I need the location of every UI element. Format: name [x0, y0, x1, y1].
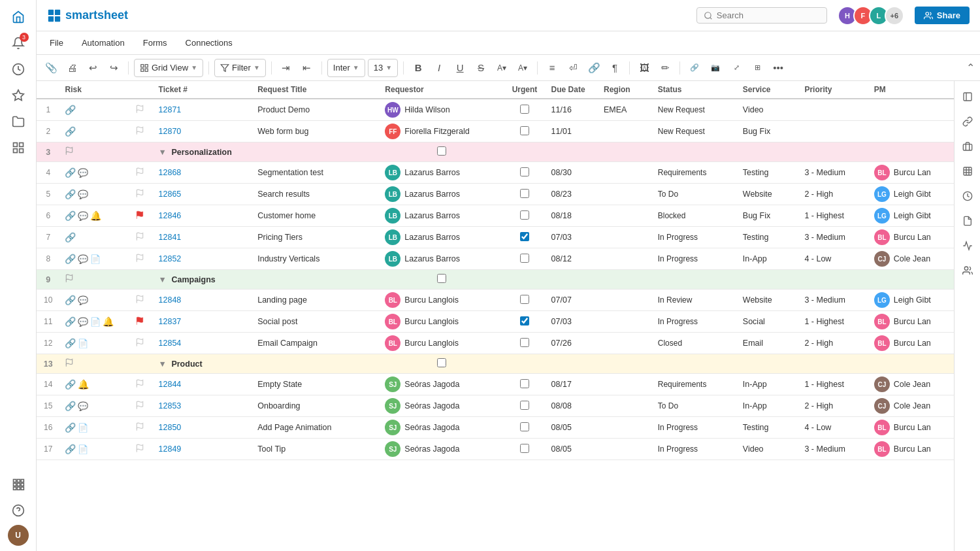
- row-title[interactable]: Email Campaign: [252, 333, 380, 354]
- urgent-checkbox[interactable]: [520, 232, 529, 241]
- tb-more-btn[interactable]: •••: [769, 59, 787, 77]
- group-title[interactable]: ▼ Personalization: [154, 142, 253, 162]
- link-icon[interactable]: 🔗: [65, 295, 76, 305]
- row-title[interactable]: Landing page: [252, 290, 380, 311]
- link-icon[interactable]: 🔗: [65, 189, 76, 199]
- row-flag-cell[interactable]: [130, 439, 153, 460]
- row-flag-cell[interactable]: [130, 248, 153, 270]
- link-icon[interactable]: 🔗: [65, 210, 76, 221]
- row-flag-cell[interactable]: [130, 227, 153, 248]
- tb-format-btn[interactable]: ¶: [606, 59, 624, 77]
- urgent-checkbox[interactable]: [520, 295, 529, 304]
- rp-table-icon[interactable]: [957, 161, 978, 182]
- comment-icon[interactable]: 💬: [78, 211, 88, 221]
- th-service[interactable]: Service: [738, 81, 800, 99]
- tb-cross-btn[interactable]: ⤢: [727, 59, 745, 77]
- urgent-checkbox[interactable]: [520, 167, 529, 176]
- tb-outdent-btn[interactable]: ⇤: [298, 59, 316, 77]
- link-icon[interactable]: 🔗: [65, 126, 76, 137]
- group-urgent[interactable]: [380, 142, 503, 162]
- tb-underline-btn[interactable]: U: [451, 59, 469, 77]
- link-icon[interactable]: 🔗: [65, 338, 76, 348]
- urgent-checkbox[interactable]: [520, 316, 529, 326]
- link-icon[interactable]: 🔗: [65, 379, 76, 390]
- sidebar-icon-widgets[interactable]: [7, 136, 30, 159]
- row-title[interactable]: Search results: [252, 184, 380, 205]
- row-title[interactable]: Empty State: [252, 374, 380, 395]
- tb-bold-btn[interactable]: B: [409, 59, 427, 77]
- row-flag-cell[interactable]: [130, 417, 153, 439]
- urgent-checkbox[interactable]: [520, 401, 529, 410]
- group-urgent-cb[interactable]: [437, 146, 446, 156]
- bell-icon[interactable]: 🔔: [90, 210, 101, 221]
- row-urgent[interactable]: [504, 227, 546, 248]
- comment-icon[interactable]: 💬: [78, 168, 88, 178]
- menu-file[interactable]: File: [47, 37, 66, 49]
- tb-align-left-btn[interactable]: ≡: [543, 59, 561, 77]
- rp-activity-icon[interactable]: [957, 235, 978, 256]
- row-flag-cell[interactable]: [130, 290, 153, 311]
- group-urgent-cb[interactable]: [437, 358, 446, 367]
- search-input[interactable]: [717, 10, 815, 20]
- tb-font-select[interactable]: Inter ▼: [327, 59, 365, 77]
- row-urgent[interactable]: [504, 311, 546, 333]
- group-title[interactable]: ▼ Product: [154, 354, 253, 374]
- row-urgent[interactable]: [504, 417, 546, 439]
- grid-wrapper[interactable]: Risk Ticket # Request Title Requestor: [37, 81, 954, 551]
- link-icon[interactable]: 🔗: [65, 444, 76, 454]
- tb-color-btn[interactable]: A▾: [514, 59, 532, 77]
- tb-collapse-btn[interactable]: ⌃: [966, 61, 975, 74]
- row-urgent[interactable]: [504, 121, 546, 142]
- tb-comment-btn[interactable]: ✏: [656, 59, 674, 77]
- row-urgent[interactable]: [504, 333, 546, 354]
- tb-undo-btn[interactable]: ↩: [84, 59, 102, 77]
- row-flag-cell[interactable]: [130, 184, 153, 205]
- link-icon[interactable]: 🔗: [65, 422, 76, 433]
- row-title[interactable]: Pricing Tiers: [252, 227, 380, 248]
- row-title[interactable]: Add Page Animation: [252, 417, 380, 439]
- rp-file-icon[interactable]: [957, 210, 978, 231]
- th-urgent[interactable]: Urgent: [504, 81, 546, 99]
- sidebar-icon-folder[interactable]: [7, 110, 30, 133]
- th-requestor[interactable]: Requestor: [380, 81, 503, 99]
- bell-icon[interactable]: 🔔: [103, 316, 114, 327]
- comment-icon[interactable]: 💬: [78, 295, 88, 305]
- row-urgent[interactable]: [504, 395, 546, 417]
- group-urgent[interactable]: [380, 354, 503, 374]
- th-risk[interactable]: Risk: [59, 81, 130, 99]
- menu-automation[interactable]: Automation: [79, 37, 127, 49]
- tb-widget-btn[interactable]: ⊞: [748, 59, 766, 77]
- link-icon[interactable]: 🔗: [65, 316, 76, 327]
- urgent-checkbox[interactable]: [520, 444, 529, 453]
- th-pm[interactable]: PM: [869, 81, 954, 99]
- row-flag-cell[interactable]: [130, 121, 153, 142]
- row-flag-cell[interactable]: [130, 205, 153, 227]
- tb-strike-btn[interactable]: S: [472, 59, 490, 77]
- sidebar-icon-help[interactable]: [7, 499, 30, 522]
- urgent-checkbox[interactable]: [520, 338, 529, 347]
- group-urgent[interactable]: [380, 270, 503, 290]
- row-title[interactable]: Web form bug: [252, 121, 380, 142]
- row-urgent[interactable]: [504, 248, 546, 270]
- th-ticket[interactable]: Ticket #: [154, 81, 253, 99]
- row-urgent[interactable]: [504, 99, 546, 121]
- row-title[interactable]: Segmentation test: [252, 162, 380, 184]
- tb-snapshot-btn[interactable]: 📷: [706, 59, 725, 77]
- sidebar-icon-recent[interactable]: [7, 58, 30, 81]
- row-flag-cell[interactable]: [130, 374, 153, 395]
- row-urgent[interactable]: [504, 290, 546, 311]
- row-flag-cell[interactable]: [130, 99, 153, 121]
- share-button[interactable]: Share: [915, 7, 970, 24]
- comment-icon[interactable]: 💬: [78, 317, 88, 327]
- menu-forms[interactable]: Forms: [140, 37, 170, 49]
- link-icon[interactable]: 🔗: [65, 254, 76, 264]
- tb-wrap-btn[interactable]: ⏎: [564, 59, 582, 77]
- tb-view-select[interactable]: Grid View ▼: [134, 59, 203, 77]
- file-icon[interactable]: 📄: [78, 423, 88, 433]
- tb-filter-select[interactable]: Filter ▼: [214, 59, 266, 77]
- row-flag-cell[interactable]: [130, 162, 153, 184]
- tb-redo-btn[interactable]: ↪: [105, 59, 123, 77]
- row-title[interactable]: Product Demo: [252, 99, 380, 121]
- group-title[interactable]: ▼ Campaigns: [154, 270, 253, 290]
- urgent-checkbox[interactable]: [520, 422, 529, 431]
